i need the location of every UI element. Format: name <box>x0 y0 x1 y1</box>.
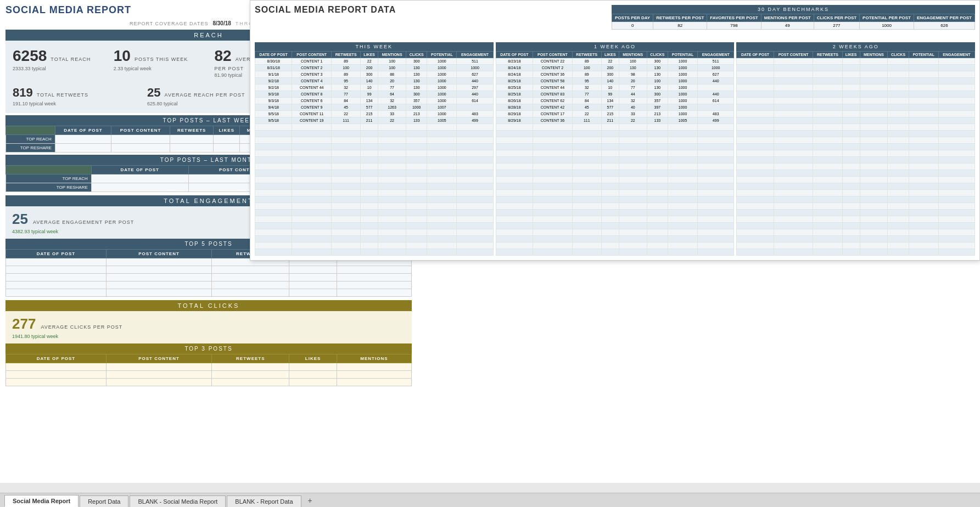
this-week-head: DATE OF POSTPOST CONTENTRETWEETSLIKESMEN… <box>255 52 494 58</box>
table-row: 8/25/18CONTENT 837799443001000440 <box>496 91 734 98</box>
table-row <box>737 124 975 131</box>
table-row: 9/3/18CONTENT 87799643001000440 <box>255 91 494 98</box>
tab-blank-social-media[interactable]: BLANK - Social Media Report <box>130 495 226 507</box>
top3-th-retweets: RETWEETS <box>212 354 289 363</box>
posts-typical: 2.33 typical week <box>114 66 203 71</box>
table-row: 9/1/18CONTENT 389300881301000627 <box>255 71 494 78</box>
top3-th-mentions: MENTIONS <box>337 354 411 363</box>
table-row <box>737 249 975 256</box>
table-row: 8/28/18CONTENT 4245577403971000 <box>496 104 734 111</box>
table-row <box>496 164 734 170</box>
tab-social-media-report[interactable]: Social Media Report <box>4 495 79 507</box>
one-week-body: 8/23/18CONTENT 22892210030010005118/24/1… <box>496 58 734 256</box>
top-reach-label-week: TOP REACH <box>6 135 55 144</box>
table-row <box>737 131 975 137</box>
table-row <box>255 203 494 210</box>
table-row <box>737 117 975 124</box>
table-row <box>496 183 734 190</box>
table-row <box>496 137 734 144</box>
clicks-number: 277 <box>12 316 36 332</box>
top3-tbody <box>6 363 412 386</box>
tab-add-button[interactable]: + <box>304 494 317 507</box>
table-row: 8/24/18CONTENT 210020013013010001000 <box>496 65 734 71</box>
table-row <box>255 150 494 157</box>
app-container: SOCIAL MEDIA REPORT REPORT COVERAGE DATE… <box>0 0 980 507</box>
top3-th-content: POST CONTENT <box>106 354 211 363</box>
table-row <box>496 124 734 131</box>
reach-stat-retweets: 819 TOTAL RETWEETS 191.10 typical week <box>8 84 140 108</box>
reach-stat-posts: 10 POSTS THIS WEEK 2.33 typical week <box>109 46 208 79</box>
table-row <box>737 236 975 243</box>
table-row <box>737 137 975 144</box>
table-row <box>496 144 734 150</box>
table-row: 8/25/18CONTENT 443210771301000 <box>496 84 734 91</box>
posts-number: 10 <box>114 47 131 64</box>
total-reach-label: TOTAL REACH <box>51 57 91 62</box>
table-row <box>737 104 975 111</box>
posts-label: POSTS THIS WEEK <box>135 57 188 62</box>
table-row: 8/31/18CONTENT 210020010013010001000 <box>255 65 494 71</box>
table-row <box>737 144 975 150</box>
table-row <box>737 71 975 78</box>
two-weeks-ago-section: 2 WEEKS AGO DATE OF POSTPOST CONTENTRETW… <box>736 42 975 256</box>
table-row <box>496 236 734 243</box>
total-reach-typical: 2333.33 typical <box>13 66 102 71</box>
table-row <box>255 216 494 223</box>
total-reach-number: 6258 <box>13 47 47 64</box>
th-date-month: DATE OF POST <box>91 166 188 174</box>
table-row: 8/23/18CONTENT 2289221003001000511 <box>496 58 734 65</box>
clicks-header: TOTAL CLICKS <box>5 300 412 311</box>
table-row: 9/3/18CONTENT 684134323571000614 <box>255 98 494 104</box>
date-from: 8/30/18 <box>212 20 231 26</box>
top5-row <box>6 289 412 297</box>
table-row <box>496 177 734 183</box>
this-week-table: DATE OF POSTPOST CONTENTRETWEETSLIKESMEN… <box>255 51 494 256</box>
retweets-number: 819 <box>13 86 33 99</box>
tab-bar: Social Media Report Report Data BLANK - … <box>0 493 980 507</box>
two-week-head: DATE OF POSTPOST CONTENTRETWEETSLIKESMEN… <box>737 52 975 58</box>
table-row <box>496 223 734 229</box>
tab-blank-report-data[interactable]: BLANK - Report Data <box>227 495 301 507</box>
table-row <box>255 157 494 164</box>
sheet-area: SOCIAL MEDIA REPORT REPORT COVERAGE DATE… <box>0 0 980 483</box>
one-week-ago-section: 1 WEEK AGO DATE OF POSTPOST CONTENTRETWE… <box>496 42 735 256</box>
one-week-ago-header: 1 WEEK AGO <box>496 42 735 51</box>
benchmarks-table: POSTS PER DAYRETWEETS PER POSTFAVORITES … <box>612 14 975 30</box>
table-row: 8/25/18CONTENT 5895140201001000440 <box>496 78 734 84</box>
table-row: 8/29/18CONTENT 1722215332131000483 <box>496 111 734 117</box>
table-row <box>496 190 734 196</box>
table-row <box>737 150 975 157</box>
top3-row <box>6 379 412 386</box>
table-row: 8/30/18CONTENT 189221003001000511 <box>255 58 494 65</box>
engagement-label: AVERAGE ENGAGEMENT PER POST <box>33 219 134 225</box>
table-row <box>496 150 734 157</box>
top3-table: DATE OF POST POST CONTENT RETWEETS LIKES… <box>5 354 412 386</box>
bench-head: POSTS PER DAYRETWEETS PER POSTFAVORITES … <box>612 14 975 22</box>
table-row <box>737 190 975 196</box>
top-reshare-label-month: TOP RESHARE <box>6 183 92 192</box>
table-row <box>737 58 975 65</box>
table-row: 8/29/18CONTENT 36111211221331005499 <box>496 117 734 124</box>
table-row <box>255 177 494 183</box>
data-tables-area: THIS WEEK DATE OF POSTPOST CONTENTRETWEE… <box>255 42 975 256</box>
tab-report-data[interactable]: Report Data <box>80 495 128 507</box>
this-week-section: THIS WEEK DATE OF POSTPOST CONTENTRETWEE… <box>255 42 494 256</box>
table-row <box>496 131 734 137</box>
bench-vals: 082798492771000626 <box>612 22 975 30</box>
table-row <box>737 170 975 177</box>
top5-row <box>6 281 412 289</box>
table-row <box>737 229 975 236</box>
clicks-label: AVERAGE CLICKS PER POST <box>41 324 122 330</box>
table-row <box>737 203 975 210</box>
two-weeks-ago-header: 2 WEEKS AGO <box>736 42 975 51</box>
avg-retweets-number: 82 <box>215 47 232 64</box>
table-row: 9/4/18CONTENT 945577126310001007 <box>255 104 494 111</box>
table-row <box>496 216 734 223</box>
top-reshare-label-week: TOP RESHARE <box>6 144 55 153</box>
this-week-body: 8/30/18CONTENT 1892210030010005118/31/18… <box>255 58 494 256</box>
top3-th-likes: LIKES <box>289 354 337 363</box>
th-retweets-week: RETWEETS <box>170 126 214 135</box>
table-row <box>255 164 494 170</box>
this-week-header: THIS WEEK <box>255 42 494 51</box>
table-row: 9/5/18CONTENT 1122215332131000483 <box>255 111 494 117</box>
